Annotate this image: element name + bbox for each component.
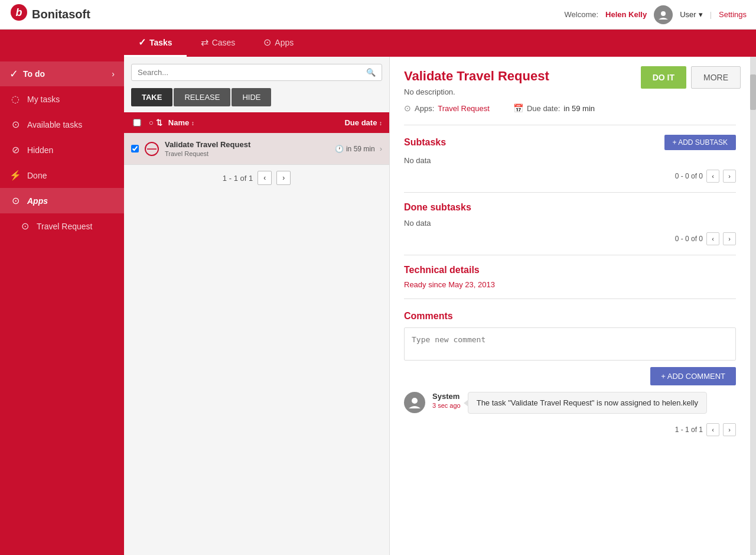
detail-panel: DO IT MORE Validate Travel Request No de…: [390, 57, 750, 555]
comment-pagination-text: 1 - 1 of 1: [675, 426, 703, 434]
task-info: Validate Travel Request Travel Request: [165, 140, 335, 157]
do-it-button[interactable]: DO IT: [641, 66, 686, 89]
detail-top-buttons: DO IT MORE: [641, 66, 741, 89]
task-panel: 🔍 TAKE RELEASE HIDE ○ ⇅ Name ↕ Due date …: [124, 57, 390, 555]
done-icon: ⚡: [9, 170, 21, 181]
name-column-header[interactable]: Name ↕: [168, 118, 345, 127]
due-meta-label: Due date:: [527, 104, 560, 113]
sidebar-travel-request-label: Travel Request: [37, 222, 92, 231]
cases-icon: ⇄: [201, 37, 208, 48]
task-name: Validate Travel Request: [165, 140, 335, 149]
tab-cases[interactable]: ⇄ Cases: [187, 30, 250, 57]
task-time: 🕐 in 59 min: [335, 145, 375, 153]
done-subtasks-title: Done subtasks: [404, 202, 471, 213]
sidebar-item-hidden[interactable]: ⊘ Hidden: [0, 137, 124, 163]
scrollbar-track[interactable]: [750, 57, 756, 555]
comments-title: Comments: [404, 311, 453, 321]
tab-tasks[interactable]: ✓ Tasks: [124, 30, 187, 57]
sidebar-item-travel-request[interactable]: ⊙ Travel Request: [0, 213, 124, 239]
logo-icon: b: [9, 3, 28, 26]
sidebar-my-tasks-label: My tasks: [27, 95, 60, 104]
meta-due-date: 📅 Due date: in 59 min: [513, 103, 595, 113]
done-subtasks-prev-button[interactable]: ‹: [706, 232, 719, 245]
sidebar-item-apps[interactable]: ⊙ Apps: [0, 188, 124, 213]
logo-name: Bonitasoft: [32, 8, 90, 21]
search-input[interactable]: [138, 68, 366, 77]
comment-time: 3 sec ago: [432, 402, 461, 409]
task-time-text: in 59 min: [346, 145, 375, 153]
subtasks-next-button[interactable]: ›: [723, 170, 736, 183]
release-button[interactable]: RELEASE: [174, 88, 230, 106]
add-comment-button[interactable]: + ADD COMMENT: [650, 367, 736, 385]
meta-apps: ⊙ Apps: Travel Request: [404, 103, 490, 113]
more-button[interactable]: MORE: [691, 66, 741, 89]
sidebar-hidden-label: Hidden: [27, 145, 53, 155]
tab-apps-label: Apps: [275, 38, 294, 47]
commenter-avatar: [404, 392, 425, 413]
name-sort-icon: ↕: [191, 120, 194, 126]
sidebar-item-available-tasks[interactable]: ⊙ Available tasks: [0, 112, 124, 137]
task-table-header: ○ ⇅ Name ↕ Due date ↕: [124, 112, 389, 133]
hide-button[interactable]: HIDE: [232, 88, 271, 106]
tab-tasks-label: Tasks: [149, 38, 172, 47]
done-subtasks-pagination-text: 0 - 0 of 0: [675, 235, 703, 243]
task-app: Travel Request: [165, 150, 335, 157]
apps-meta-label: Apps:: [415, 104, 434, 113]
user-name[interactable]: Helen Kelly: [605, 10, 647, 19]
sidebar-done-label: Done: [27, 171, 47, 180]
comment-item: System 3 sec ago The task "Validate Trav…: [404, 392, 736, 414]
comments-prev-button[interactable]: ‹: [706, 423, 719, 436]
settings-link[interactable]: Settings: [719, 10, 747, 19]
svg-text:b: b: [16, 7, 22, 18]
main-layout: ✓ To do › ◌ My tasks ⊙ Available tasks ⊘…: [0, 57, 756, 555]
my-tasks-icon: ◌: [9, 93, 21, 105]
pagination-text: 1 - 1 of 1: [223, 174, 253, 183]
ready-since-date: May 23, 2013: [448, 280, 495, 289]
clock-icon: 🕐: [335, 145, 344, 153]
scrollbar-thumb[interactable]: [750, 74, 756, 110]
table-row[interactable]: — Validate Travel Request Travel Request…: [124, 133, 389, 165]
calendar-icon: 📅: [513, 103, 523, 113]
done-subtasks-next-button[interactable]: ›: [723, 232, 736, 245]
detail-no-description: No description.: [404, 87, 736, 96]
comment-bubble: The task "Validate Travel Request" is no…: [468, 392, 707, 414]
topbar: b Bonitasoft Welcome: Helen Kelly User ▾…: [0, 0, 756, 30]
user-dropdown[interactable]: User ▾: [680, 10, 702, 19]
subtasks-no-data: No data: [404, 156, 736, 165]
divider-4: [404, 298, 736, 299]
subtasks-prev-button[interactable]: ‹: [706, 170, 719, 183]
technical-details-title: Technical details: [404, 265, 480, 275]
take-button[interactable]: TAKE: [131, 88, 172, 106]
due-date-column-header[interactable]: Due date ↕: [344, 118, 382, 127]
search-bar: 🔍: [124, 57, 389, 88]
sidebar: ✓ To do › ◌ My tasks ⊙ Available tasks ⊘…: [0, 57, 124, 555]
sidebar-apps-icon: ⊙: [9, 195, 21, 206]
svg-point-2: [661, 11, 666, 16]
subtasks-title: Subtasks: [404, 137, 446, 148]
comments-section: Comments + ADD COMMENT System 3 sec ago …: [404, 311, 736, 436]
user-role-label: User: [680, 10, 696, 19]
hidden-icon: ⊘: [9, 144, 21, 155]
sidebar-available-tasks-label: Available tasks: [27, 120, 82, 129]
sidebar-item-done[interactable]: ⚡ Done: [0, 163, 124, 188]
task-checkbox[interactable]: [131, 145, 139, 152]
logo: b Bonitasoft: [9, 3, 90, 26]
comments-next-button[interactable]: ›: [723, 423, 736, 436]
ready-since: Ready since May 23, 2013: [404, 280, 736, 289]
sidebar-todo-label: To do: [23, 69, 112, 79]
technical-details-section: Technical details Ready since May 23, 20…: [404, 265, 736, 289]
sidebar-expand-icon[interactable]: ›: [112, 69, 115, 79]
comment-input[interactable]: [404, 327, 736, 361]
welcome-label: Welcome:: [565, 10, 599, 19]
select-all-checkbox[interactable]: [131, 119, 143, 126]
travel-request-icon: ⊙: [19, 220, 31, 232]
done-subtasks-no-data: No data: [404, 219, 736, 228]
apps-meta-value[interactable]: Travel Request: [438, 104, 490, 113]
prev-page-button[interactable]: ‹: [258, 171, 272, 185]
next-page-button[interactable]: ›: [276, 171, 291, 185]
divider-2: [404, 192, 736, 193]
tab-apps[interactable]: ⊙ Apps: [249, 30, 308, 57]
add-subtask-button[interactable]: + ADD SUBTASK: [664, 135, 736, 150]
sidebar-item-my-tasks[interactable]: ◌ My tasks: [0, 86, 124, 112]
search-icon: 🔍: [366, 68, 376, 77]
